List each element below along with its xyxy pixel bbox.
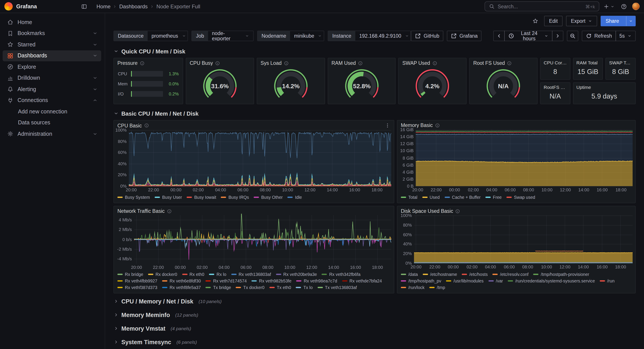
- search-box[interactable]: ⌘+k: [484, 1, 599, 11]
- panel-title[interactable]: SWAP Total: [609, 60, 632, 65]
- info-icon[interactable]: [507, 61, 512, 65]
- legend-item[interactable]: Rx veth20be9a3e: [276, 272, 317, 278]
- refresh-interval-button[interactable]: 5s: [616, 31, 636, 41]
- gauge-viz[interactable]: 52.8%: [333, 67, 390, 102]
- info-icon[interactable]: [358, 61, 363, 65]
- grafana-link-button[interactable]: Grafana: [447, 31, 482, 41]
- info-icon[interactable]: [435, 123, 440, 128]
- sidebar-item-dashboards[interactable]: Dashboards: [3, 50, 101, 61]
- legend-item[interactable]: Swap used: [506, 194, 535, 201]
- legend-item[interactable]: Busy User: [155, 194, 182, 201]
- legend-item[interactable]: Cache + Buffer: [444, 194, 480, 201]
- panel-title[interactable]: CPU Basic: [118, 123, 142, 128]
- legend-item[interactable]: Tx bridge: [206, 285, 231, 291]
- chevron-up-icon[interactable]: [92, 98, 98, 103]
- sidebar-item-alerting[interactable]: Alerting: [3, 84, 101, 95]
- chart-canvas[interactable]: [114, 214, 394, 271]
- star-dashboard-button[interactable]: [530, 16, 540, 26]
- legend-item[interactable]: /run/lock: [401, 285, 424, 291]
- section-memory-meminfo-header[interactable]: Memory Meminfo (12 panels): [114, 309, 636, 321]
- info-icon[interactable]: [144, 123, 149, 128]
- info-icon[interactable]: [215, 61, 220, 65]
- sidebar-item-starred[interactable]: Starred: [3, 39, 101, 50]
- section-quick-header[interactable]: Quick CPU / Mem / Disk: [114, 46, 636, 56]
- variable-value-dropdown[interactable]: node-exporter: [208, 31, 253, 41]
- chevron-down-icon[interactable]: [92, 87, 98, 92]
- share-menu-button[interactable]: [626, 16, 635, 26]
- help-button[interactable]: [618, 1, 629, 11]
- section-cpu-memory-net-disk-header[interactable]: CPU / Memory / Net / Disk (10 panels): [114, 296, 636, 307]
- legend-item[interactable]: Busy Iowait: [187, 194, 216, 201]
- legend-item[interactable]: Tx docker0: [236, 285, 264, 291]
- sidebar-item-connections[interactable]: Connections: [3, 95, 101, 106]
- sidebar-item-data-sources[interactable]: Data sources: [3, 117, 101, 128]
- legend-item[interactable]: /tmp: [429, 285, 445, 291]
- chevron-down-icon[interactable]: [92, 75, 98, 81]
- panel-title[interactable]: Disk Space Used Basic: [401, 208, 453, 214]
- legend-item[interactable]: Idle: [288, 194, 302, 201]
- section-system-timesync-header[interactable]: System Timesync (6 panels): [114, 336, 636, 348]
- variable-value-dropdown[interactable]: minikube: [290, 31, 324, 41]
- variable-value-dropdown[interactable]: prometheus: [148, 31, 188, 41]
- export-button[interactable]: Export: [566, 16, 597, 26]
- legend-item[interactable]: Rx vethf8fe5a37: [162, 285, 201, 291]
- search-input[interactable]: [498, 4, 582, 9]
- legend-item[interactable]: /etc/hosts: [462, 272, 488, 278]
- info-icon[interactable]: [167, 209, 172, 214]
- add-new-button[interactable]: [602, 1, 616, 11]
- legend-item[interactable]: Rx docker0: [148, 272, 177, 278]
- legend-item[interactable]: Rx bridge: [118, 272, 143, 278]
- panel-title[interactable]: SWAP Used: [402, 60, 430, 66]
- breadcrumb-dashboards[interactable]: Dashboards: [120, 3, 148, 9]
- legend-item[interactable]: /tmp/hostpath_pv: [401, 278, 441, 284]
- variable-value-dropdown[interactable]: 192.168.49.2:9100: [355, 31, 411, 41]
- legend-item[interactable]: Busy IRQs: [221, 194, 249, 201]
- info-icon[interactable]: [456, 209, 460, 214]
- sidebar-item-administration[interactable]: Administration: [3, 128, 101, 139]
- legend-item[interactable]: Busy System: [118, 194, 150, 201]
- sidebar-item-bookmarks[interactable]: Bookmarks: [3, 28, 101, 39]
- legend-item[interactable]: Tx lo: [296, 285, 312, 291]
- legend-item[interactable]: /run/credentials/systemd-sysusers.servic…: [508, 278, 595, 284]
- legend-item[interactable]: /data: [401, 272, 418, 278]
- chart-canvas[interactable]: [397, 214, 635, 271]
- time-range-button[interactable]: Last 24 hours: [504, 31, 552, 41]
- legend-item[interactable]: Rx veth342fb6fa: [322, 272, 360, 278]
- user-avatar[interactable]: [632, 3, 640, 10]
- legend-item[interactable]: /etc/hostname: [423, 272, 457, 278]
- chart-canvas[interactable]: [114, 128, 394, 194]
- breadcrumb-home[interactable]: Home: [96, 3, 110, 9]
- legend-item[interactable]: Rx veth6e8fdf30: [162, 278, 201, 284]
- legend-item[interactable]: /var: [488, 278, 503, 284]
- panel-title[interactable]: CPU Cores: [544, 60, 567, 65]
- panel-title[interactable]: Sys Load: [261, 60, 282, 66]
- gauge-viz[interactable]: 14.2%: [262, 67, 320, 102]
- legend-item[interactable]: Rx vethf387d373: [118, 285, 157, 291]
- chevron-down-icon[interactable]: [92, 131, 98, 137]
- panel-title[interactable]: Pressure: [118, 60, 138, 66]
- panel-title[interactable]: Root FS Used: [473, 60, 505, 66]
- legend-item[interactable]: Rx veth982b53fe: [252, 278, 292, 284]
- grafana-logo[interactable]: [4, 2, 13, 10]
- zoom-out-button[interactable]: [567, 31, 578, 41]
- chart-canvas[interactable]: [397, 128, 635, 194]
- chevron-down-icon[interactable]: [92, 31, 98, 36]
- panel-title[interactable]: Memory Basic: [401, 123, 433, 128]
- section-memory-vmstat-header[interactable]: Memory Vmstat (4 panels): [114, 323, 636, 334]
- info-icon[interactable]: [284, 61, 289, 65]
- refresh-button[interactable]: Refresh: [582, 31, 616, 41]
- legend-item[interactable]: Rx veth4fbb9927: [118, 278, 157, 284]
- legend-item[interactable]: Tx veth136803af: [318, 285, 357, 291]
- panel-title[interactable]: RAM Used: [332, 60, 356, 66]
- sidebar-item-home[interactable]: Home: [3, 17, 101, 28]
- legend-item[interactable]: Rx veth7d174574: [206, 278, 247, 284]
- legend-item[interactable]: /tmp/hostpath-provisioner: [534, 272, 589, 278]
- time-back-button[interactable]: [494, 31, 505, 41]
- legend-item[interactable]: Rx veth136803af: [231, 272, 271, 278]
- legend-item[interactable]: Rx veth98ea7c7d: [296, 278, 337, 284]
- legend-item[interactable]: Rx eth0: [182, 272, 204, 278]
- info-icon[interactable]: [140, 61, 144, 65]
- section-basic-header[interactable]: Basic CPU / Mem / Net / Disk: [114, 109, 636, 118]
- gauge-viz[interactable]: 4.2%: [404, 67, 462, 102]
- legend-item[interactable]: /etc/resolv.conf: [492, 272, 528, 278]
